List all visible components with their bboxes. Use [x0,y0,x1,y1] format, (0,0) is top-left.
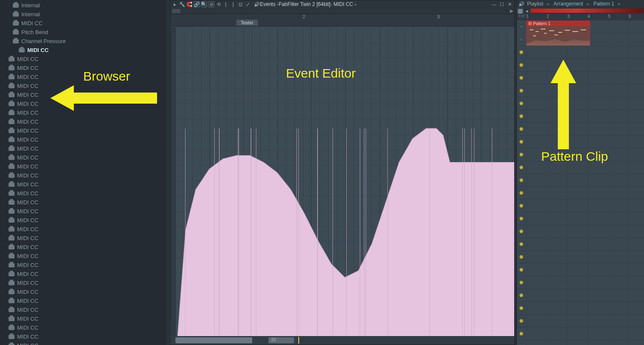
playlist-track[interactable] [517,251,644,264]
browser-item[interactable]: Internal [0,10,166,19]
sound-icon[interactable]: 🔊 [519,1,525,7]
playlist-track[interactable] [517,72,644,84]
track-mute-dot[interactable] [519,178,523,182]
tool-icon[interactable]: 🧲 [186,1,192,7]
browser-item[interactable]: MIDI CC [0,261,166,270]
track-mute-dot[interactable] [519,127,523,131]
browser-item[interactable]: MIDI CC [0,55,166,64]
tool-icon[interactable]: ⟲ [216,1,221,7]
playlist-track[interactable] [517,289,644,302]
crumb-playlist[interactable]: Playlist [527,1,543,7]
browser-item[interactable]: MIDI CC [0,135,166,144]
playlist-track[interactable] [517,161,644,174]
grid-view-icon[interactable]: ▦ [517,8,524,14]
playlist-track[interactable] [517,225,644,238]
playlist-track[interactable] [517,84,644,97]
browser-item[interactable]: MIDI CC [0,180,166,189]
playlist-track[interactable] [517,123,644,136]
track-mute-dot[interactable] [519,268,523,272]
track-mute-dot[interactable] [519,114,523,118]
browser-item[interactable]: MIDI CC [0,46,166,55]
event-tab[interactable]: Tester [236,20,258,26]
browser-item[interactable]: MIDI CC [0,332,166,341]
event-automation-curve[interactable] [175,27,514,336]
track-mute-dot[interactable] [519,204,523,208]
playlist-track[interactable] [517,328,644,340]
playlist-track[interactable] [517,276,644,289]
track-mute-dot[interactable] [519,191,523,195]
playlist-track[interactable] [517,110,644,123]
event-editor-titlebar[interactable]: ▸🔧🧲🔗🔍⊘⟲[]⊡⤢ 🔊 Events - FabFilter Twin 2 … [170,0,514,8]
browser-item[interactable]: MIDI CC [0,323,166,332]
tool-icon[interactable]: ⊘ [208,1,214,7]
track-mute-dot[interactable] [519,229,523,233]
track-mute-dot[interactable] [519,76,523,80]
track-mute-dot[interactable] [519,255,523,259]
track-mute-dot[interactable] [519,38,523,41]
browser-item[interactable]: MIDI CC [0,117,166,126]
browser-item[interactable]: MIDI CC [0,252,166,261]
track-mute-dot[interactable] [519,101,523,105]
playlist-track[interactable] [517,148,644,161]
browser-item[interactable]: Channel Pressure [0,37,166,46]
playlist-track[interactable] [517,46,644,59]
browser-item[interactable]: Pitch Bend [0,28,166,37]
event-canvas[interactable] [175,27,514,336]
browser-item[interactable]: MIDI CC [0,72,166,81]
browser-item[interactable]: MIDI CC [0,198,166,207]
maximize-icon[interactable]: ☐ [499,1,505,7]
tool-icon[interactable]: ▸ [172,1,178,7]
browser-item[interactable]: MIDI CC [0,287,166,296]
browser-item[interactable]: MIDI CC [0,270,166,278]
track-mute-dot[interactable] [519,242,523,246]
track-mute-dot[interactable] [519,281,523,284]
browser-item[interactable]: MIDI CC [0,64,166,72]
tool-icon[interactable]: 🔗 [194,1,200,7]
crumb-pattern[interactable]: Pattern 1 [593,1,614,7]
playlist-track[interactable] [517,302,644,315]
playlist-track[interactable] [517,59,644,72]
track-mute-dot[interactable] [519,89,523,93]
browser-item[interactable]: MIDI CC [0,216,166,225]
tool-icon[interactable]: ⤢ [245,1,251,7]
browser-item[interactable]: MIDI CC [0,314,166,323]
track-mute-dot[interactable] [519,63,523,67]
playlist-track[interactable] [517,200,644,212]
browser-item[interactable]: Internal [0,1,166,10]
track-mute-dot[interactable] [519,50,523,54]
scrollbar-thumb[interactable] [172,9,181,13]
pattern-clip-header[interactable]: Pattern 1 [527,21,590,26]
pattern-clip[interactable]: Pattern 1 [526,20,590,45]
browser-item[interactable]: MIDI CC [0,234,166,243]
tool-icon[interactable]: ] [230,1,236,7]
playlist-track[interactable] [517,187,644,200]
browser-item[interactable]: MIDI CC [0,225,166,234]
minimap-segment[interactable]: 33 [268,337,294,343]
playlist-track[interactable] [517,315,644,328]
event-ruler[interactable]: Tester 23 [170,14,514,26]
browser-item[interactable]: MIDI CC [0,243,166,252]
playlist-body[interactable]: Pattern 1 [517,20,644,345]
browser-item[interactable]: MIDI CC [0,305,166,314]
browser-item[interactable]: MIDI CC [0,207,166,216]
scroll-right-icon[interactable]: ▶ [510,9,513,13]
track-mute-dot[interactable] [519,293,523,297]
playlist-track[interactable] [517,238,644,251]
browser-item[interactable]: MIDI CC [0,19,166,28]
browser-item[interactable]: MIDI CC [0,162,166,171]
track-mute-dot[interactable] [519,319,523,323]
track-mute-dot[interactable] [519,165,523,169]
track-mute-dot[interactable] [519,25,523,29]
tool-icon[interactable]: 🔧 [179,1,185,7]
playlist-track[interactable] [517,212,644,225]
playlist-track[interactable] [517,174,644,187]
track-mute-dot[interactable] [519,153,523,157]
browser-item[interactable]: MIDI CC [0,296,166,305]
playlist-track[interactable] [517,264,644,276]
back-icon[interactable]: ◂ [524,8,530,14]
minimize-icon[interactable]: — [491,1,497,7]
close-icon[interactable]: ✕ [507,1,513,7]
crumb-arrangement[interactable]: Arrangement [554,1,583,7]
playlist-track[interactable] [517,97,644,110]
track-mute-dot[interactable] [519,306,523,310]
